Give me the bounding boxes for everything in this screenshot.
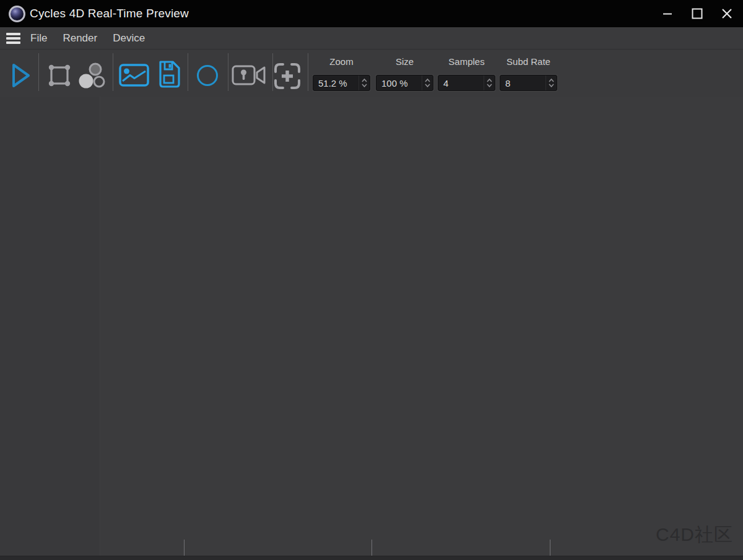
menu-render[interactable]: Render [62, 31, 98, 46]
watermark-text: C4D社区 [656, 522, 733, 548]
maximize-button[interactable] [682, 0, 712, 27]
subd-rate-field[interactable]: 8 [500, 75, 557, 91]
spinner-down-icon[interactable] [362, 84, 367, 87]
bottom-edge-strip [0, 556, 743, 560]
samples-spinner[interactable] [484, 75, 495, 90]
toolbar-separator [38, 53, 39, 91]
subd-rate-label: Subd Rate [493, 56, 563, 67]
toolbar-separator [228, 53, 228, 91]
hamburger-menu-icon[interactable] [6, 33, 20, 44]
canvas-left-panel-shade [0, 97, 100, 556]
spinner-down-icon[interactable] [549, 84, 554, 87]
spinner-up-icon[interactable] [549, 79, 554, 82]
image-icon[interactable] [119, 64, 149, 87]
zoom-field[interactable]: 51.2 % [313, 75, 370, 91]
camera-lock-icon[interactable] [232, 65, 266, 85]
size-spinner[interactable] [422, 75, 433, 90]
cycles-preview-window: Cycles 4D Real-Time Preview Fi [0, 0, 743, 560]
subd-rate-spinner[interactable] [545, 75, 557, 90]
toolbar-separator [188, 53, 188, 91]
samples-param: Samples 4 [438, 50, 495, 97]
zoom-spinner[interactable] [358, 75, 370, 90]
close-icon [721, 7, 733, 20]
play-icon[interactable] [11, 62, 32, 88]
save-icon[interactable] [156, 60, 181, 88]
window-title: Cycles 4D Real-Time Preview [30, 0, 189, 27]
menu-device[interactable]: Device [112, 31, 146, 46]
samples-value: 4 [438, 78, 484, 88]
spinner-up-icon[interactable] [487, 79, 492, 82]
circle-icon[interactable] [196, 64, 219, 87]
material-spheres-icon[interactable] [78, 62, 108, 90]
toolbar-separator [113, 53, 113, 91]
spinner-down-icon[interactable] [487, 84, 492, 87]
render-region-icon[interactable] [47, 63, 72, 88]
cycles-app-icon [9, 6, 25, 22]
size-value: 100 % [376, 78, 422, 88]
menubar: File Render Device [0, 27, 743, 50]
spinner-up-icon[interactable] [362, 79, 367, 82]
spinner-down-icon[interactable] [425, 84, 430, 87]
size-label: Size [370, 56, 440, 67]
samples-field[interactable]: 4 [438, 75, 495, 91]
render-preview-area: C4D社区 [0, 97, 743, 560]
minimize-icon [663, 9, 672, 19]
subd-rate-param: Subd Rate 8 [500, 50, 557, 97]
focus-picker-icon[interactable] [273, 62, 302, 90]
toolbar: Zoom 51.2 % Size 100 % Samples [0, 50, 743, 97]
bottom-divider-tick [550, 540, 550, 556]
size-param: Size 100 % [376, 50, 433, 97]
bottom-divider-tick [184, 540, 185, 556]
subd-rate-value: 8 [500, 78, 545, 88]
window-controls [653, 0, 742, 27]
menu-file[interactable]: File [30, 31, 48, 46]
zoom-label: Zoom [306, 56, 376, 67]
maximize-icon [691, 7, 703, 20]
titlebar: Cycles 4D Real-Time Preview [0, 0, 743, 27]
samples-label: Samples [432, 56, 502, 67]
minimize-button[interactable] [653, 0, 682, 27]
spinner-up-icon[interactable] [425, 79, 430, 82]
close-button[interactable] [712, 0, 742, 27]
bottom-divider-tick [372, 540, 372, 556]
zoom-param: Zoom 51.2 % [313, 50, 370, 97]
zoom-value: 51.2 % [313, 78, 358, 88]
size-field[interactable]: 100 % [376, 75, 433, 91]
